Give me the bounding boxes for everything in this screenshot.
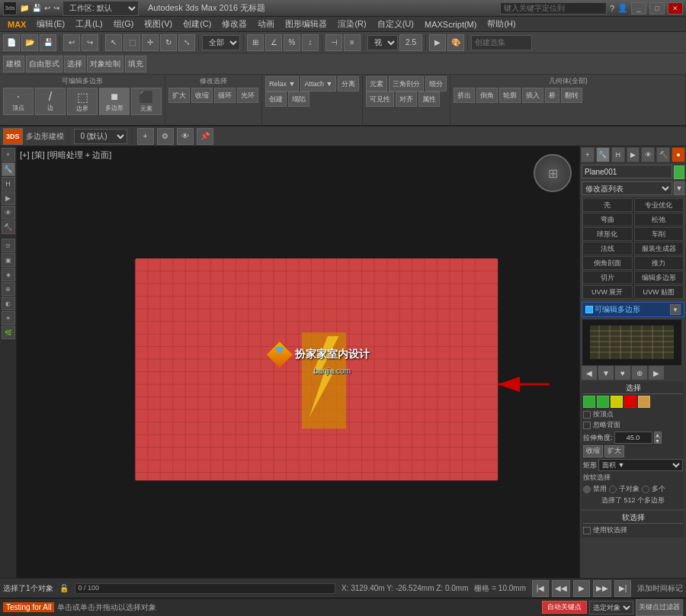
panel-tab-create[interactable]: +: [581, 147, 595, 162]
attach-btn[interactable]: Attach ▼: [300, 76, 336, 91]
checkbox-vertex-input[interactable]: [583, 411, 591, 419]
prev-key-btn[interactable]: ◀◀: [552, 580, 570, 597]
menu-edit[interactable]: 编辑(E): [32, 17, 69, 31]
element-btn[interactable]: ⬛元素: [131, 88, 162, 115]
mod-icon-1[interactable]: ◀: [582, 366, 597, 380]
maximize-button[interactable]: □: [649, 2, 665, 14]
shape-dropdown[interactable]: 面积 ▼: [598, 459, 683, 471]
utilities-icon[interactable]: 🔨: [2, 220, 15, 234]
collapse-btn[interactable]: 塌陷: [288, 91, 309, 107]
align-btn2[interactable]: 对齐: [396, 91, 417, 107]
title-search[interactable]: [500, 2, 607, 14]
mod-icon-3[interactable]: ♥: [615, 366, 630, 380]
set-keys-dropdown[interactable]: 选定对象: [589, 601, 633, 614]
undo-btn[interactable]: ↩: [63, 34, 80, 51]
align-btn[interactable]: ≡: [344, 34, 361, 51]
angle-snap-btn[interactable]: ∠: [265, 34, 282, 51]
s1[interactable]: ⊙: [2, 239, 15, 252]
tab-selection[interactable]: 选择: [64, 56, 85, 72]
shrink-btn[interactable]: 收缩: [191, 88, 213, 103]
expand-btn2[interactable]: 扩大: [604, 445, 624, 457]
next-frame-btn[interactable]: ▶|: [614, 580, 631, 597]
modify-icon[interactable]: 🔧: [2, 162, 15, 176]
inset-btn[interactable]: 插入: [522, 88, 543, 103]
tab-object-paint[interactable]: 对象绘制: [87, 56, 123, 72]
spinner-snap-btn[interactable]: ↕: [302, 34, 319, 51]
flip-btn[interactable]: 翻转: [561, 88, 582, 103]
filter-dropdown[interactable]: 全部: [202, 35, 240, 50]
menu-create[interactable]: 创建(C): [178, 17, 216, 31]
create-icon[interactable]: +: [2, 148, 15, 162]
rotate-btn[interactable]: ↻: [160, 34, 177, 51]
minimize-button[interactable]: _: [631, 2, 646, 14]
panel-tab-display[interactable]: 👁: [641, 147, 655, 162]
bevel-btn[interactable]: 倒角: [476, 88, 498, 103]
key-filter-btn[interactable]: 关键点过滤器: [636, 599, 683, 616]
triangulate-btn[interactable]: 三角剖分: [389, 76, 424, 91]
motion-icon[interactable]: ▶: [2, 191, 15, 205]
menu-maxscript[interactable]: MAXScript(M): [420, 18, 481, 30]
menu-render[interactable]: 渲染(R): [333, 17, 370, 31]
open-btn[interactable]: 📂: [21, 34, 38, 51]
modifier-bevel-profile[interactable]: 倒角剖面: [582, 256, 633, 270]
snap-btn[interactable]: ⊞: [247, 34, 264, 51]
angle-down-btn[interactable]: ▼: [654, 438, 662, 444]
scale-btn[interactable]: ⤡: [178, 34, 195, 51]
modifier-spherify[interactable]: 球形化: [582, 227, 633, 241]
pin-btn[interactable]: 📌: [197, 128, 213, 145]
counter-dropdown[interactable]: 0 (默认): [74, 129, 127, 144]
modifier-bend[interactable]: 弯曲: [582, 213, 633, 226]
display-icon[interactable]: 👁: [2, 206, 15, 220]
hierarchy-icon[interactable]: H: [2, 177, 15, 191]
selection-set[interactable]: [471, 35, 532, 50]
add-tag-btn[interactable]: 添加时间标记: [637, 583, 683, 594]
user-icon[interactable]: 👤: [617, 3, 628, 13]
new-btn[interactable]: 📄: [3, 34, 20, 51]
select-region-btn[interactable]: ⬚: [123, 34, 140, 51]
material-editor-btn[interactable]: 🎨: [447, 34, 464, 51]
viewport[interactable]: [+] [策] [明暗处理 + 边面] ⊞: [17, 146, 579, 578]
modifier-uvw-map[interactable]: UVW 贴图: [634, 285, 684, 299]
save-btn[interactable]: 💾: [40, 34, 56, 51]
current-modifier-item[interactable]: 可编辑多边形 ▼: [582, 302, 684, 317]
s6[interactable]: ☀: [2, 311, 15, 325]
modifier-list-btn[interactable]: ▼: [674, 181, 684, 195]
percent-snap-btn[interactable]: %: [284, 34, 300, 51]
angle-up-btn[interactable]: ▲: [654, 432, 662, 438]
properties-btn[interactable]: 属性: [418, 91, 440, 107]
panel-tab-motion[interactable]: ▶: [627, 147, 640, 162]
panel-tab-modify[interactable]: 🔧: [596, 147, 610, 162]
panel-tab-hierarchy[interactable]: H: [611, 147, 625, 162]
create-btn[interactable]: 创建: [265, 91, 287, 107]
checkbox-backface-input[interactable]: [583, 422, 591, 429]
modifier-relax[interactable]: 松弛: [634, 213, 684, 226]
workspace-dropdown[interactable]: 工作区: 默认: [63, 1, 139, 16]
element-btn2[interactable]: 元素: [366, 76, 387, 91]
s2[interactable]: ▣: [2, 253, 15, 267]
redo-btn[interactable]: ↪: [82, 34, 98, 51]
menu-group[interactable]: 组(G): [109, 17, 139, 31]
radio-sub[interactable]: [609, 486, 617, 493]
vertex-btn[interactable]: ·顶点: [3, 88, 34, 115]
select-color-4[interactable]: [624, 396, 636, 408]
radio-disable[interactable]: [583, 486, 591, 493]
radio-multi[interactable]: [642, 486, 649, 493]
render-btn[interactable]: ▶: [429, 34, 446, 51]
poly-btn[interactable]: ■多边形: [99, 88, 130, 115]
add-modifier-btn[interactable]: +: [137, 128, 154, 145]
shrink-btn2[interactable]: 收缩: [583, 445, 603, 457]
object-color[interactable]: [674, 165, 684, 179]
modifier-normal[interactable]: 法线: [582, 242, 633, 255]
modifier-slice[interactable]: 切片: [582, 271, 633, 284]
modifier-list-dropdown[interactable]: 修改器列表: [582, 181, 672, 195]
select-color-1[interactable]: [583, 396, 595, 408]
select-color-5[interactable]: [638, 396, 650, 408]
select-btn[interactable]: ↖: [105, 34, 122, 51]
border-btn[interactable]: ⬚边界: [67, 88, 98, 115]
s3[interactable]: ◈: [2, 268, 15, 281]
prev-frame-btn[interactable]: |◀: [532, 580, 549, 597]
timeline-bar[interactable]: 0 / 100: [75, 583, 335, 594]
modifier-options-btn[interactable]: ▼: [670, 304, 681, 315]
menu-animation[interactable]: 动画: [253, 17, 279, 31]
relax-btn[interactable]: Relax ▼: [265, 76, 299, 91]
